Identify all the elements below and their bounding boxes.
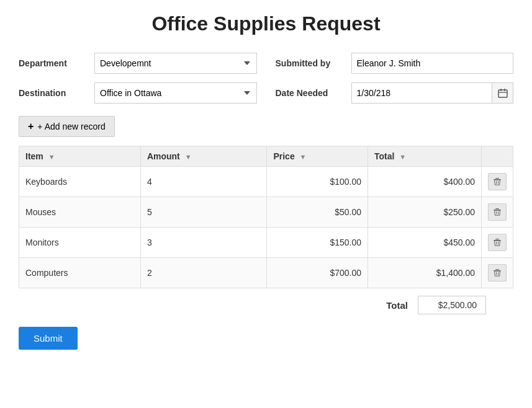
cell-total: $1,400.00 [368, 258, 482, 288]
cell-amount: 2 [140, 258, 267, 288]
date-needed-row: Date Needed [276, 82, 514, 104]
svg-rect-17 [495, 269, 499, 270]
table-row: Mouses 5 $50.00 $250.00 [19, 197, 513, 228]
amount-sort-icon: ▼ [185, 153, 192, 161]
date-needed-input[interactable] [352, 83, 492, 103]
table-row: Monitors 3 $150.00 $450.00 [19, 228, 513, 258]
cell-item: Computers [19, 258, 140, 288]
delete-row-button[interactable] [488, 203, 507, 221]
total-label: Total [386, 300, 408, 311]
add-new-record-label: + Add new record [37, 122, 105, 131]
cell-total: $400.00 [368, 167, 482, 197]
svg-rect-13 [495, 239, 499, 239]
total-value: $2,500.00 [418, 296, 486, 314]
cell-item: Monitors [19, 228, 140, 258]
destination-select[interactable]: Office in OttawaOffice in TorontoOffice … [94, 82, 257, 104]
delete-row-button[interactable] [488, 234, 507, 251]
cell-action [482, 197, 513, 228]
trash-icon [493, 268, 502, 277]
cell-item: Keyboards [19, 167, 140, 197]
svg-rect-0 [498, 90, 507, 97]
item-sort-icon: ▼ [48, 153, 55, 161]
trash-icon [493, 177, 502, 186]
cell-price: $700.00 [267, 258, 368, 288]
table-row: Keyboards 4 $100.00 $400.00 [19, 167, 513, 197]
trash-icon [493, 238, 502, 247]
cell-item: Mouses [19, 197, 140, 228]
cell-total: $250.00 [368, 197, 482, 228]
items-table: Item ▼ Amount ▼ Price ▼ Total ▼ [19, 146, 513, 288]
department-label: Department [19, 58, 87, 68]
submitted-by-label: Submitted by [276, 58, 344, 68]
cell-amount: 4 [140, 167, 267, 197]
cell-price: $50.00 [267, 197, 368, 228]
cell-amount: 3 [140, 228, 267, 258]
total-sort-icon: ▼ [399, 153, 406, 161]
delete-row-button[interactable] [488, 264, 507, 282]
price-sort-icon: ▼ [300, 153, 307, 161]
cell-amount: 5 [140, 197, 267, 228]
submitted-by-row: Submitted by [276, 53, 514, 74]
destination-row: Destination Office in OttawaOffice in To… [19, 82, 257, 104]
add-icon: + [28, 121, 34, 132]
cell-action [482, 258, 513, 288]
svg-rect-9 [495, 208, 499, 209]
svg-rect-5 [495, 178, 499, 179]
destination-label: Destination [19, 88, 87, 98]
submit-button[interactable]: Submit [19, 327, 78, 350]
table-header-row: Item ▼ Amount ▼ Price ▼ Total ▼ [19, 146, 513, 167]
col-header-item[interactable]: Item ▼ [19, 146, 140, 167]
date-needed-wrapper [351, 82, 514, 104]
items-table-wrapper: Item ▼ Amount ▼ Price ▼ Total ▼ [19, 146, 513, 288]
cell-action [482, 167, 513, 197]
page-title: Office Supplies Request [19, 12, 513, 35]
delete-row-button[interactable] [488, 173, 507, 190]
col-header-price[interactable]: Price ▼ [267, 146, 368, 167]
cell-action [482, 228, 513, 258]
trash-icon [493, 208, 502, 216]
col-header-amount[interactable]: Amount ▼ [140, 146, 267, 167]
cell-total: $450.00 [368, 228, 482, 258]
table-row: Computers 2 $700.00 $1,400.00 [19, 258, 513, 288]
calendar-icon [498, 88, 508, 98]
cell-price: $100.00 [267, 167, 368, 197]
add-new-record-button[interactable]: + + Add new record [19, 116, 115, 137]
submitted-by-input[interactable] [351, 53, 514, 74]
department-row: Department DevelopemntHRFinanceMarketing [19, 53, 257, 74]
col-header-action [482, 146, 513, 167]
col-header-total[interactable]: Total ▼ [368, 146, 482, 167]
calendar-icon-button[interactable] [492, 83, 513, 103]
department-select[interactable]: DevelopemntHRFinanceMarketing [94, 53, 257, 74]
total-row: Total $2,500.00 [19, 296, 513, 314]
cell-price: $150.00 [267, 228, 368, 258]
form-section: Department DevelopemntHRFinanceMarketing… [19, 53, 513, 104]
date-needed-label: Date Needed [276, 88, 344, 98]
